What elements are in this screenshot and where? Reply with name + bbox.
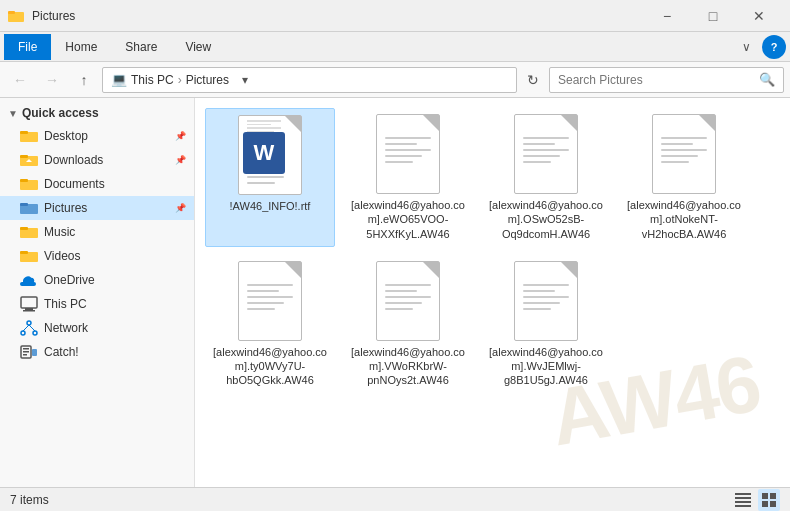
path-dropdown-button[interactable]: ▾ <box>235 67 255 93</box>
sidebar-item-downloads[interactable]: Downloads 📌 <box>0 148 194 172</box>
sidebar-label-onedrive: OneDrive <box>44 273 95 287</box>
sidebar: ▼ Quick access Desktop 📌 Downloads 📌 Doc… <box>0 98 195 487</box>
file-lines <box>523 284 569 314</box>
svg-rect-5 <box>20 155 28 158</box>
search-box[interactable]: 🔍 <box>549 67 784 93</box>
file-label-7: [alexwind46@yahoo.com].WvJEMlwj-g8B1U5gJ… <box>486 345 606 388</box>
sidebar-label-downloads: Downloads <box>44 153 103 167</box>
up-button[interactable]: ↑ <box>70 66 98 94</box>
sidebar-item-music[interactable]: Music <box>0 220 194 244</box>
svg-line-22 <box>29 325 35 331</box>
file-item-aw46-info[interactable]: W !AW46_INFO!.rtf <box>205 108 335 247</box>
file-icon-generic <box>506 114 586 194</box>
svg-point-19 <box>21 331 25 335</box>
svg-rect-32 <box>762 493 768 499</box>
file-item-2[interactable]: [alexwind46@yahoo.com].eWO65VOO-5HXXfKyL… <box>343 108 473 247</box>
svg-point-18 <box>27 321 31 325</box>
svg-rect-17 <box>23 310 35 312</box>
svg-rect-31 <box>735 505 751 507</box>
grid-view-button[interactable] <box>758 489 780 511</box>
sidebar-item-videos[interactable]: Videos <box>0 244 194 268</box>
file-icon-generic <box>644 114 724 194</box>
svg-line-21 <box>23 325 29 331</box>
file-item-5[interactable]: [alexwind46@yahoo.com].ty0WVy7U-hbO5QGkk… <box>205 255 335 394</box>
svg-rect-25 <box>23 351 29 353</box>
svg-rect-24 <box>23 348 29 350</box>
generic-file-icon <box>238 261 302 341</box>
sidebar-item-desktop[interactable]: Desktop 📌 <box>0 124 194 148</box>
close-button[interactable]: ✕ <box>736 0 782 32</box>
search-input[interactable] <box>558 73 759 87</box>
tab-home[interactable]: Home <box>51 34 111 60</box>
ribbon-expand-button[interactable]: ∨ <box>734 35 758 59</box>
address-bar: ← → ↑ 💻 This PC › Pictures ▾ ↻ 🔍 <box>0 62 790 98</box>
file-lines <box>385 137 431 167</box>
file-item-7[interactable]: [alexwind46@yahoo.com].WvJEMlwj-g8B1U5gJ… <box>481 255 611 394</box>
file-item-3[interactable]: [alexwind46@yahoo.com].OSwO52sB-Oq9dcomH… <box>481 108 611 247</box>
file-icon-generic <box>368 114 448 194</box>
path-part-pictures[interactable]: Pictures <box>186 73 229 87</box>
svg-rect-3 <box>20 131 28 134</box>
sidebar-item-onedrive[interactable]: OneDrive <box>0 268 194 292</box>
path-part-this-pc[interactable]: This PC <box>131 73 174 87</box>
generic-file-icon <box>376 261 440 341</box>
file-label-5: [alexwind46@yahoo.com].ty0WVy7U-hbO5QGkk… <box>210 345 330 388</box>
sidebar-item-catch[interactable]: Catch! <box>0 340 194 364</box>
file-item-6[interactable]: [alexwind46@yahoo.com].VWoRKbrW-pnNOys2t… <box>343 255 473 394</box>
back-button[interactable]: ← <box>6 66 34 94</box>
svg-rect-33 <box>770 493 776 499</box>
forward-button[interactable]: → <box>38 66 66 94</box>
maximize-button[interactable]: □ <box>690 0 736 32</box>
sidebar-label-catch: Catch! <box>44 345 79 359</box>
search-icon: 🔍 <box>759 72 775 87</box>
sidebar-item-documents[interactable]: Documents <box>0 172 194 196</box>
svg-rect-27 <box>32 349 37 356</box>
file-lines <box>247 284 293 314</box>
folder-music-icon <box>20 223 38 241</box>
sidebar-label-this-pc: This PC <box>44 297 87 311</box>
generic-file-icon <box>652 114 716 194</box>
sidebar-label-desktop: Desktop <box>44 129 88 143</box>
window-title: Pictures <box>32 9 644 23</box>
folder-picture-icon <box>20 199 38 217</box>
tab-view[interactable]: View <box>171 34 225 60</box>
ribbon-tabs: File Home Share View ∨ ? <box>0 32 790 62</box>
minimize-button[interactable]: − <box>644 0 690 32</box>
item-count: 7 items <box>10 493 49 507</box>
sidebar-item-pictures[interactable]: Pictures 📌 <box>0 196 194 220</box>
word-badge: W <box>243 132 285 174</box>
svg-rect-26 <box>23 354 27 356</box>
title-bar: Pictures − □ ✕ <box>0 0 790 32</box>
sidebar-item-this-pc[interactable]: This PC <box>0 292 194 316</box>
help-button[interactable]: ? <box>762 35 786 59</box>
tab-file[interactable]: File <box>4 34 51 60</box>
main-layout: ▼ Quick access Desktop 📌 Downloads 📌 Doc… <box>0 98 790 487</box>
sidebar-item-network[interactable]: Network <box>0 316 194 340</box>
file-item-4[interactable]: [alexwind46@yahoo.com].otNokeNT-vH2hocBA… <box>619 108 749 247</box>
address-path[interactable]: 💻 This PC › Pictures ▾ <box>102 67 517 93</box>
svg-rect-1 <box>8 11 15 14</box>
file-label-2: [alexwind46@yahoo.com].eWO65VOO-5HXXfKyL… <box>348 198 468 241</box>
cloud-icon <box>20 271 38 289</box>
file-area: AW46 W <box>195 98 790 487</box>
svg-rect-14 <box>20 251 28 254</box>
file-label-4: [alexwind46@yahoo.com].otNokeNT-vH2hocBA… <box>624 198 744 241</box>
tab-share[interactable]: Share <box>111 34 171 60</box>
svg-rect-35 <box>770 501 776 507</box>
file-lines <box>523 137 569 167</box>
file-label-3: [alexwind46@yahoo.com].OSwO52sB-Oq9dcomH… <box>486 198 606 241</box>
file-icon-word: W <box>230 115 310 195</box>
generic-file-icon <box>514 261 578 341</box>
svg-rect-29 <box>735 497 751 499</box>
svg-rect-15 <box>21 297 37 308</box>
svg-rect-8 <box>20 179 28 182</box>
refresh-button[interactable]: ↻ <box>521 67 545 93</box>
sidebar-label-music: Music <box>44 225 75 239</box>
chevron-down-icon: ▼ <box>8 108 18 119</box>
file-label-6: [alexwind46@yahoo.com].VWoRKbrW-pnNOys2t… <box>348 345 468 388</box>
sidebar-section-quick-access[interactable]: ▼ Quick access <box>0 102 194 124</box>
catch-icon <box>20 343 38 361</box>
pin-icon: 📌 <box>175 155 186 165</box>
window-controls: − □ ✕ <box>644 0 782 32</box>
list-view-button[interactable] <box>732 489 754 511</box>
